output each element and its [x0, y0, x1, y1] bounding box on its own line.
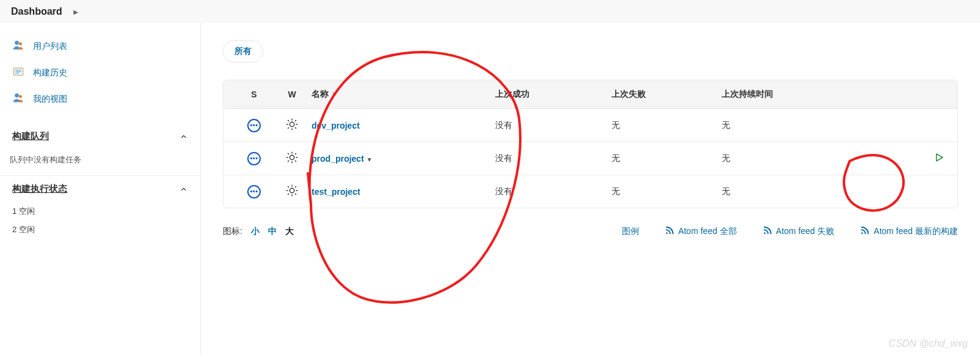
- svg-line-32: [295, 194, 296, 195]
- executor-row: 1 空闲: [0, 202, 200, 221]
- table-row: •••prod_project▼没有无无: [223, 142, 957, 175]
- col-header-last-fail[interactable]: 上次失败: [612, 89, 722, 100]
- svg-line-34: [295, 186, 296, 187]
- col-header-weather[interactable]: W: [272, 89, 312, 99]
- legend-link[interactable]: 图例: [622, 226, 639, 237]
- build-queue-header[interactable]: 构建队列: [0, 123, 200, 149]
- status-cell: •••: [236, 152, 272, 165]
- sidebar-item-history[interactable]: 构建历史: [0, 59, 200, 86]
- atom-feed-latest[interactable]: Atom feed 最新的构建: [860, 225, 958, 237]
- chevron-up-icon: [179, 132, 188, 141]
- last-fail-cell: 无: [612, 120, 722, 131]
- sidebar-item-label: 我的视图: [33, 94, 67, 105]
- rss-icon: [763, 225, 772, 237]
- svg-line-23: [295, 161, 296, 162]
- atom-feed-all[interactable]: Atom feed 全部: [665, 225, 737, 237]
- sidebar-item-users[interactable]: 用户列表: [0, 33, 200, 59]
- duration-cell: 无: [722, 120, 896, 131]
- job-link[interactable]: prod_project: [312, 154, 364, 164]
- build-queue-body: 队列中没有构建任务: [0, 149, 200, 176]
- size-small[interactable]: 小: [251, 226, 260, 237]
- status-notbuilt-icon: •••: [247, 119, 261, 132]
- svg-line-14: [295, 127, 296, 129]
- last-success-cell: 没有: [495, 120, 612, 131]
- table-header: S W 名称 ↓ 上次成功 上次失败 上次持续时间: [223, 80, 957, 109]
- status-notbuilt-icon: •••: [247, 185, 261, 198]
- job-link[interactable]: dev_project: [312, 121, 360, 130]
- col-header-duration[interactable]: 上次持续时间: [722, 89, 896, 100]
- job-table: S W 名称 ↓ 上次成功 上次失败 上次持续时间 •••dev_project…: [223, 80, 958, 208]
- svg-point-8: [290, 122, 294, 126]
- status-cell: •••: [236, 119, 272, 132]
- size-medium[interactable]: 中: [268, 226, 277, 237]
- job-name-cell: test_project: [312, 187, 495, 197]
- icon-size-label: 图标:: [223, 226, 242, 237]
- atom-feed-fail[interactable]: Atom feed 失败: [763, 225, 835, 237]
- run-build-button[interactable]: [933, 151, 945, 164]
- svg-line-33: [288, 194, 289, 195]
- status-notbuilt-icon: •••: [247, 152, 261, 165]
- sidebar: 用户列表 构建历史 我的视图 构建队列 队列中没有构建任务 构建执行状态 1 空…: [0, 23, 201, 354]
- last-fail-cell: 无: [612, 153, 722, 164]
- last-fail-cell: 无: [612, 186, 722, 197]
- weather-cell: [272, 184, 312, 199]
- history-icon: [12, 66, 24, 80]
- job-name-cell: prod_project▼: [312, 154, 495, 164]
- job-name-cell: dev_project: [312, 121, 495, 130]
- svg-point-0: [15, 41, 19, 45]
- svg-point-7: [19, 95, 22, 98]
- build-queue-title: 构建队列: [12, 130, 49, 142]
- svg-point-36: [764, 232, 766, 234]
- rss-icon: [665, 225, 675, 237]
- executor-row: 2 空闲: [0, 221, 200, 239]
- svg-point-35: [666, 232, 668, 234]
- table-row: •••test_project没有无无: [223, 175, 957, 208]
- svg-point-26: [290, 188, 294, 192]
- svg-line-24: [288, 161, 289, 162]
- svg-point-6: [15, 94, 19, 98]
- svg-line-25: [295, 153, 296, 154]
- svg-line-16: [295, 120, 296, 121]
- svg-point-37: [861, 232, 863, 234]
- executor-body: 1 空闲 2 空闲: [0, 202, 200, 239]
- table-row: •••dev_project没有无无: [223, 109, 957, 142]
- tab-all[interactable]: 所有: [223, 40, 263, 62]
- chevron-right-icon: ▶: [73, 9, 78, 15]
- views-icon: [12, 92, 24, 106]
- svg-point-1: [19, 42, 22, 45]
- svg-line-31: [288, 186, 289, 187]
- svg-line-15: [288, 127, 289, 129]
- status-cell: •••: [236, 185, 272, 198]
- main-content: 所有 S W 名称 ↓ 上次成功 上次失败 上次持续时间 •••dev_proj…: [201, 23, 980, 354]
- last-success-cell: 没有: [495, 186, 612, 197]
- col-header-name[interactable]: 名称 ↓: [312, 89, 495, 100]
- main-layout: 用户列表 构建历史 我的视图 构建队列 队列中没有构建任务 构建执行状态 1 空…: [0, 23, 980, 354]
- watermark: CSDN @chd_wxg: [889, 338, 968, 349]
- last-success-cell: 没有: [495, 153, 612, 164]
- svg-line-13: [288, 120, 289, 121]
- svg-line-22: [288, 153, 289, 154]
- breadcrumb-bar: Dashboard ▶: [0, 0, 980, 23]
- table-footer: 图标: 小 中 大 图例 Atom feed 全部 Atom feed 失败: [223, 225, 958, 237]
- footer-links: 图例 Atom feed 全部 Atom feed 失败 Atom feed 最…: [294, 225, 958, 237]
- caret-down-icon[interactable]: ▼: [367, 156, 373, 163]
- weather-cell: [272, 151, 312, 166]
- chevron-up-icon: [179, 185, 188, 194]
- sidebar-item-label: 构建历史: [33, 67, 67, 78]
- duration-cell: 无: [722, 153, 896, 164]
- weather-cell: [272, 118, 312, 133]
- sidebar-item-myviews[interactable]: 我的视图: [0, 86, 200, 112]
- executor-title: 构建执行状态: [12, 183, 67, 195]
- svg-point-17: [290, 155, 294, 159]
- rss-icon: [860, 225, 870, 237]
- sidebar-item-label: 用户列表: [33, 41, 67, 52]
- duration-cell: 无: [722, 186, 896, 197]
- col-header-last-success[interactable]: 上次成功: [495, 89, 612, 100]
- col-header-status[interactable]: S: [236, 89, 272, 99]
- job-link[interactable]: test_project: [312, 187, 360, 197]
- user-icon: [12, 39, 24, 53]
- executor-header[interactable]: 构建执行状态: [0, 176, 200, 202]
- size-large[interactable]: 大: [285, 226, 294, 237]
- view-tabs: 所有: [223, 40, 958, 62]
- page-title[interactable]: Dashboard: [11, 6, 62, 17]
